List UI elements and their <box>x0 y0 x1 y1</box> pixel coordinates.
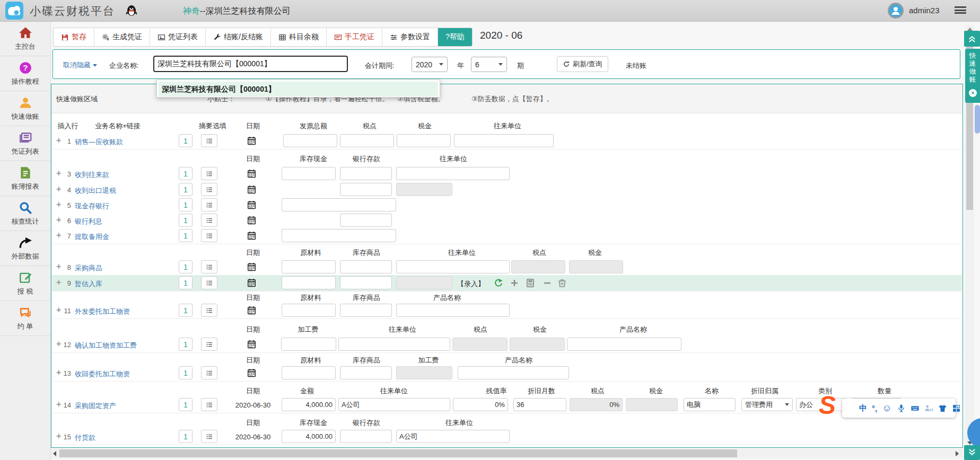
input-field[interactable] <box>282 260 336 273</box>
plus-icon[interactable] <box>510 278 519 288</box>
count-box[interactable]: 1 <box>179 260 192 273</box>
business-link[interactable]: 外发委托加工物资 <box>75 307 130 316</box>
input-field[interactable] <box>340 366 392 379</box>
manual-voucher-button[interactable]: 手工凭证 <box>327 28 382 46</box>
voucher-list-button[interactable]: 凭证列表 <box>150 28 206 46</box>
input-field[interactable] <box>340 183 392 196</box>
sidebar-item-external-data[interactable]: 外部数据 <box>0 231 50 266</box>
input-field[interactable] <box>282 229 396 242</box>
input-field[interactable] <box>281 338 336 351</box>
menu-icon[interactable] <box>955 6 966 15</box>
input-field[interactable] <box>340 276 392 289</box>
summary-list-button[interactable] <box>201 167 217 180</box>
company-input[interactable] <box>153 56 348 72</box>
microphone-icon[interactable] <box>897 404 906 413</box>
input-field[interactable] <box>283 134 337 147</box>
sidebar-item-tutorial[interactable]: ?操作教程 <box>0 56 50 91</box>
calendar-icon[interactable] <box>247 200 256 209</box>
count-box[interactable]: 1 <box>179 430 192 443</box>
input-field[interactable] <box>282 167 336 180</box>
input-field[interactable] <box>282 366 336 379</box>
count-box[interactable]: 1 <box>179 229 192 242</box>
suggestion-item[interactable]: 深圳兰芝科技有限公司【000001】 <box>159 82 438 96</box>
count-box[interactable]: 1 <box>179 304 192 317</box>
calendar-icon[interactable] <box>247 231 256 240</box>
summary-list-button[interactable] <box>201 276 217 289</box>
scroll-right-icon[interactable] <box>953 448 961 458</box>
input-field[interactable] <box>282 304 336 317</box>
count-box[interactable]: 1 <box>179 276 192 289</box>
ime-language-toggle[interactable]: 中 <box>859 403 867 413</box>
business-link[interactable]: 确认加工物资加工费 <box>75 341 137 350</box>
closing-button[interactable]: 结账/反结账 <box>206 28 271 46</box>
account-balance-button[interactable]: 科目余额 <box>271 28 327 46</box>
help-button[interactable]: ?帮助 <box>438 28 472 46</box>
level-person-icon[interactable]: 15 <box>924 404 933 413</box>
summary-list-button[interactable] <box>201 304 217 317</box>
summary-list-button[interactable] <box>201 134 217 147</box>
input-field[interactable] <box>396 447 510 448</box>
input-field[interactable] <box>396 260 510 273</box>
keyboard-icon[interactable] <box>911 404 920 413</box>
business-link[interactable]: 现金存银行 <box>75 201 109 211</box>
summary-list-button[interactable] <box>201 198 217 211</box>
input-field[interactable] <box>567 338 681 351</box>
count-box[interactable]: 1 <box>179 398 192 411</box>
input-field[interactable] <box>282 276 336 289</box>
minus-icon[interactable] <box>542 278 552 288</box>
input-field[interactable] <box>282 430 336 443</box>
calendar-icon[interactable] <box>247 169 256 178</box>
input-field[interactable] <box>396 167 510 180</box>
category-select[interactable]: 管理费用 <box>741 398 793 411</box>
count-box[interactable]: 1 <box>179 338 192 351</box>
calendar-icon[interactable] <box>247 368 256 377</box>
input-field[interactable] <box>338 338 450 351</box>
qq-penguin-icon[interactable] <box>125 4 138 17</box>
share-icon[interactable] <box>494 278 503 288</box>
skin-shirt-icon[interactable] <box>938 404 947 413</box>
business-link[interactable]: 采购商品 <box>75 263 102 273</box>
avatar[interactable] <box>888 3 904 19</box>
business-link[interactable]: 付货款 <box>75 433 95 443</box>
close-icon[interactable]: × <box>969 89 977 97</box>
input-field[interactable] <box>340 214 392 227</box>
calendar-icon[interactable] <box>247 262 256 271</box>
input-field[interactable] <box>282 398 336 411</box>
summary-list-button[interactable] <box>201 366 217 379</box>
sidebar-item-tax-filing[interactable]: 报 税 <box>0 266 50 301</box>
business-link[interactable]: 收到往来款 <box>75 170 109 180</box>
input-field[interactable] <box>282 447 336 448</box>
count-box[interactable]: 1 <box>179 167 192 180</box>
quick-accounting-side-tab[interactable]: 快 速 做 账 × <box>965 49 980 103</box>
horizontal-scrollbar-thumb[interactable] <box>59 449 737 457</box>
sidebar-item-dashboard[interactable]: 主控台 <box>0 21 50 56</box>
input-field[interactable] <box>340 430 392 443</box>
input-field[interactable] <box>340 134 394 147</box>
count-box[interactable]: 1 <box>179 366 192 379</box>
business-link[interactable]: 收回委托加工物资 <box>75 369 130 379</box>
input-field[interactable] <box>340 260 392 273</box>
input-field[interactable] <box>684 398 736 411</box>
calendar-icon[interactable] <box>247 185 256 194</box>
input-field[interactable] <box>340 447 392 448</box>
summary-list-button[interactable] <box>201 430 217 443</box>
emoji-icon[interactable]: ☺ <box>882 403 891 414</box>
save-draft-button[interactable]: 暂存 <box>54 28 94 46</box>
browser-scrollbar-thumb[interactable] <box>975 105 980 134</box>
input-field[interactable] <box>396 304 510 317</box>
sidebar-item-quick-accounting[interactable]: 快速做账 <box>0 91 50 126</box>
summary-list-button[interactable] <box>201 214 217 227</box>
sogou-logo-icon[interactable]: S <box>819 391 836 420</box>
calendar-icon[interactable] <box>247 216 256 225</box>
input-field[interactable] <box>338 398 450 411</box>
summary-list-button[interactable] <box>201 398 217 411</box>
sidebar-item-ledger-reports[interactable]: 账簿报表 <box>0 161 50 196</box>
collapse-panel-button[interactable] <box>964 31 980 47</box>
calendar-icon[interactable] <box>247 278 256 287</box>
summary-list-button[interactable] <box>201 229 217 242</box>
count-box[interactable]: 1 <box>179 183 192 196</box>
sidebar-item-orders[interactable]: 约 单 <box>0 301 50 336</box>
generate-voucher-button[interactable]: 生成凭证 <box>94 28 150 46</box>
horizontal-scrollbar[interactable] <box>51 448 963 458</box>
count-box[interactable]: 1 <box>179 198 192 211</box>
